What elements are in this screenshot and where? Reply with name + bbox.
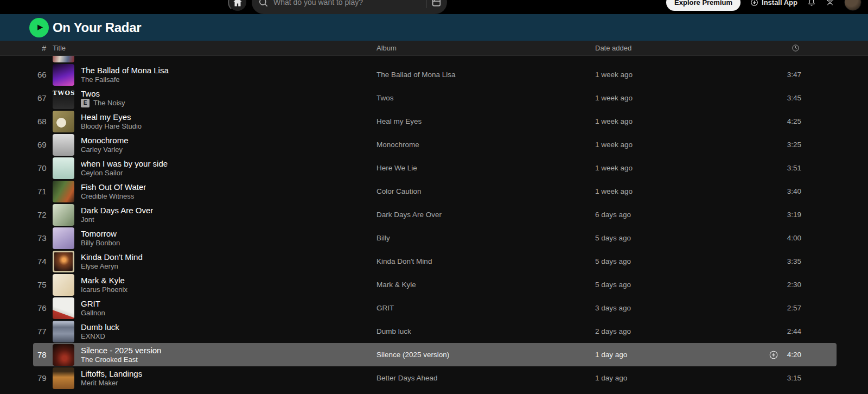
track-date-added: 2 days ago — [595, 327, 746, 335]
track-title[interactable]: GRIT — [81, 298, 105, 309]
table-row[interactable]: 78 Silence - 2025 version The Crooked Ea… — [33, 343, 837, 366]
play-button[interactable] — [29, 18, 49, 37]
track-title[interactable]: Tomorrow — [81, 228, 120, 239]
table-row[interactable]: 73 Tomorrow Billy Bonbon Billy 5 days ag… — [33, 226, 837, 250]
track-artist[interactable]: The Crooked East — [81, 355, 138, 364]
track-album[interactable]: Here We Lie — [376, 164, 595, 172]
track-duration: 2:57 — [787, 304, 801, 312]
track-artist[interactable]: Gallnon — [81, 309, 105, 317]
track-title[interactable]: Fish Out Of Water — [81, 182, 146, 192]
track-title[interactable]: Kinda Don't Mind — [81, 252, 143, 262]
column-header-date-added: Date added — [595, 44, 746, 52]
track-date-added: 6 days ago — [595, 211, 746, 219]
track-title[interactable]: Dark Days Are Over — [81, 205, 153, 215]
track-album[interactable]: Monochrome — [376, 141, 595, 149]
track-album[interactable]: Billy — [376, 234, 595, 242]
track-title[interactable]: Monochrome — [81, 135, 129, 145]
track-number: 70 — [37, 163, 46, 173]
album-art — [53, 181, 74, 202]
track-artist[interactable]: Carley Varley — [81, 145, 123, 154]
track-album[interactable]: Silence (2025 version) — [376, 351, 595, 359]
track-date-added: 1 week ago — [595, 187, 746, 195]
search-bar[interactable] — [252, 0, 447, 14]
track-artist[interactable]: Ceylon Sailor — [81, 169, 123, 177]
track-list: The Regans 66 The Ballad of Mona Lisa Th… — [0, 56, 868, 390]
track-number: 71 — [37, 187, 46, 196]
search-icon[interactable] — [258, 0, 269, 8]
album-art — [53, 367, 74, 389]
album-art — [53, 344, 74, 366]
add-to-playlist-icon[interactable] — [769, 350, 778, 360]
play-icon — [36, 23, 44, 31]
track-album[interactable]: Twos — [376, 94, 595, 102]
track-artist[interactable]: EXNXD — [81, 332, 105, 341]
track-album[interactable]: Kinda Don't Mind — [376, 257, 595, 265]
track-artist[interactable]: Billy Bonbon — [81, 239, 120, 247]
track-duration: 4:20 — [787, 351, 801, 359]
track-album[interactable]: Color Caution — [376, 187, 595, 195]
search-input[interactable] — [273, 0, 421, 7]
table-row[interactable]: 67 TWOS Twos E The Noisy Twos 1 week ago… — [33, 86, 837, 110]
track-artist[interactable]: Elyse Aeryn — [81, 262, 118, 271]
track-artist[interactable]: Jont — [81, 215, 94, 224]
album-art — [53, 227, 74, 249]
notifications-bell-icon[interactable] — [807, 0, 816, 7]
track-artist[interactable]: Icarus Phoenix — [81, 285, 127, 294]
album-art — [53, 64, 74, 86]
track-album[interactable]: Mark & Kyle — [376, 281, 595, 289]
table-row[interactable]: 76 GRIT Gallnon GRIT 3 days ago 2:57 — [33, 296, 837, 320]
table-row[interactable]: 74 Kinda Don't Mind Elyse Aeryn Kinda Do… — [33, 250, 837, 273]
table-row[interactable]: 77 Dumb luck EXNXD Dumb luck 2 days ago … — [33, 320, 837, 343]
track-album[interactable]: Dark Days Are Over — [376, 211, 595, 219]
track-album[interactable]: Heal my Eyes — [376, 117, 595, 125]
table-row[interactable]: 66 The Ballad of Mona Lisa The Failsafe … — [33, 63, 837, 86]
track-number: 78 — [37, 350, 46, 359]
track-title[interactable]: Liftoffs, Landings — [81, 368, 142, 379]
track-artist[interactable]: Merit Maker — [81, 379, 118, 387]
download-icon — [750, 0, 758, 7]
track-album[interactable]: The Ballad of Mona Lisa — [376, 71, 595, 79]
table-row[interactable]: 70 when I was by your side Ceylon Sailor… — [33, 156, 837, 180]
track-album[interactable]: Better Days Ahead — [376, 374, 595, 382]
track-number: 73 — [37, 233, 46, 243]
track-title[interactable]: Heal my Eyes — [81, 112, 142, 122]
table-row[interactable]: 71 Fish Out Of Water Credible Witness Co… — [33, 180, 837, 203]
playlist-banner: On Your Radar — [0, 14, 868, 41]
track-artist[interactable]: The Failsafe — [81, 75, 120, 84]
track-title[interactable]: The Ballad of Mona Lisa — [81, 65, 169, 75]
track-duration: 3:47 — [787, 71, 801, 79]
album-art-label: TWOS — [53, 90, 74, 97]
track-title[interactable]: Twos — [81, 88, 125, 99]
track-date-added: 1 week ago — [595, 164, 746, 172]
browse-icon[interactable] — [431, 0, 442, 8]
table-row-partial[interactable]: The Regans — [33, 56, 837, 63]
track-title[interactable]: Silence - 2025 version — [81, 345, 161, 355]
table-row[interactable]: 72 Dark Days Are Over Jont Dark Days Are… — [33, 203, 837, 226]
album-art — [53, 274, 74, 296]
track-album[interactable]: GRIT — [376, 304, 595, 312]
table-row[interactable]: 75 Mark & Kyle Icarus Phoenix Mark & Kyl… — [33, 273, 837, 296]
track-album[interactable]: Dumb luck — [376, 327, 595, 335]
avatar[interactable] — [844, 0, 861, 11]
track-number: 79 — [37, 373, 46, 383]
clock-icon — [792, 44, 800, 52]
explore-premium-button[interactable]: Explore Premium — [666, 0, 741, 11]
friend-activity-icon[interactable] — [826, 0, 834, 7]
table-row[interactable]: 69 Monochrome Carley Varley Monochrome 1… — [33, 133, 837, 156]
home-button[interactable] — [228, 0, 247, 12]
table-row[interactable]: 68 Heal my Eyes Bloody Hare Studio Heal … — [33, 110, 837, 133]
track-duration: 2:44 — [787, 327, 801, 335]
track-artist[interactable]: The Noisy — [93, 99, 125, 107]
track-duration: 3:35 — [787, 257, 801, 265]
track-title[interactable]: Dumb luck — [81, 322, 119, 332]
table-row[interactable]: 79 Liftoffs, Landings Merit Maker Better… — [33, 366, 837, 390]
album-art — [53, 134, 74, 156]
track-title[interactable]: when I was by your side — [81, 158, 168, 169]
track-artist[interactable]: Bloody Hare Studio — [81, 122, 142, 131]
track-date-added: 1 week ago — [595, 71, 746, 79]
partial-row-clip: The Regans — [33, 56, 837, 63]
track-title[interactable]: Mark & Kyle — [81, 275, 127, 285]
track-artist[interactable]: Credible Witness — [81, 192, 134, 201]
install-app-button[interactable]: Install App — [750, 0, 797, 7]
track-duration: 3:40 — [787, 187, 801, 195]
